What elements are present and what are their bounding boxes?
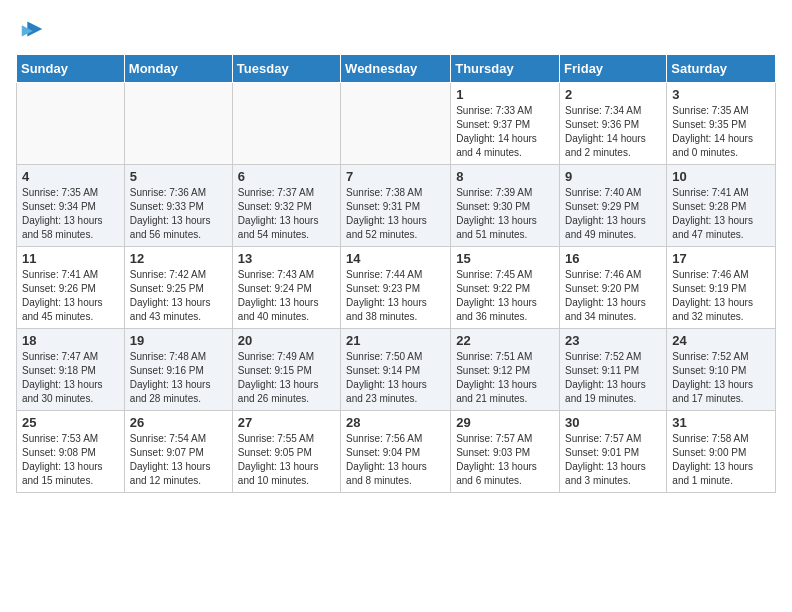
day-info: Sunrise: 7:56 AM Sunset: 9:04 PM Dayligh…: [346, 432, 445, 488]
day-cell: 3Sunrise: 7:35 AM Sunset: 9:35 PM Daylig…: [667, 83, 776, 165]
day-cell: 29Sunrise: 7:57 AM Sunset: 9:03 PM Dayli…: [451, 411, 560, 493]
day-number: 23: [565, 333, 661, 348]
day-info: Sunrise: 7:42 AM Sunset: 9:25 PM Dayligh…: [130, 268, 227, 324]
day-cell: 4Sunrise: 7:35 AM Sunset: 9:34 PM Daylig…: [17, 165, 125, 247]
day-info: Sunrise: 7:38 AM Sunset: 9:31 PM Dayligh…: [346, 186, 445, 242]
day-number: 9: [565, 169, 661, 184]
day-info: Sunrise: 7:37 AM Sunset: 9:32 PM Dayligh…: [238, 186, 335, 242]
day-info: Sunrise: 7:44 AM Sunset: 9:23 PM Dayligh…: [346, 268, 445, 324]
day-info: Sunrise: 7:47 AM Sunset: 9:18 PM Dayligh…: [22, 350, 119, 406]
weekday-header-sunday: Sunday: [17, 55, 125, 83]
day-info: Sunrise: 7:46 AM Sunset: 9:20 PM Dayligh…: [565, 268, 661, 324]
day-number: 4: [22, 169, 119, 184]
day-info: Sunrise: 7:54 AM Sunset: 9:07 PM Dayligh…: [130, 432, 227, 488]
day-info: Sunrise: 7:35 AM Sunset: 9:34 PM Dayligh…: [22, 186, 119, 242]
day-cell: [341, 83, 451, 165]
day-number: 21: [346, 333, 445, 348]
day-number: 2: [565, 87, 661, 102]
day-cell: 8Sunrise: 7:39 AM Sunset: 9:30 PM Daylig…: [451, 165, 560, 247]
calendar-table: SundayMondayTuesdayWednesdayThursdayFrid…: [16, 54, 776, 493]
day-cell: 23Sunrise: 7:52 AM Sunset: 9:11 PM Dayli…: [560, 329, 667, 411]
day-number: 28: [346, 415, 445, 430]
day-number: 31: [672, 415, 770, 430]
day-info: Sunrise: 7:51 AM Sunset: 9:12 PM Dayligh…: [456, 350, 554, 406]
day-cell: 25Sunrise: 7:53 AM Sunset: 9:08 PM Dayli…: [17, 411, 125, 493]
day-cell: [124, 83, 232, 165]
day-info: Sunrise: 7:48 AM Sunset: 9:16 PM Dayligh…: [130, 350, 227, 406]
day-cell: 19Sunrise: 7:48 AM Sunset: 9:16 PM Dayli…: [124, 329, 232, 411]
weekday-header-monday: Monday: [124, 55, 232, 83]
day-info: Sunrise: 7:52 AM Sunset: 9:11 PM Dayligh…: [565, 350, 661, 406]
day-cell: 15Sunrise: 7:45 AM Sunset: 9:22 PM Dayli…: [451, 247, 560, 329]
day-cell: 30Sunrise: 7:57 AM Sunset: 9:01 PM Dayli…: [560, 411, 667, 493]
day-cell: 5Sunrise: 7:36 AM Sunset: 9:33 PM Daylig…: [124, 165, 232, 247]
day-info: Sunrise: 7:55 AM Sunset: 9:05 PM Dayligh…: [238, 432, 335, 488]
day-number: 24: [672, 333, 770, 348]
day-cell: 6Sunrise: 7:37 AM Sunset: 9:32 PM Daylig…: [232, 165, 340, 247]
day-cell: 1Sunrise: 7:33 AM Sunset: 9:37 PM Daylig…: [451, 83, 560, 165]
day-cell: 2Sunrise: 7:34 AM Sunset: 9:36 PM Daylig…: [560, 83, 667, 165]
day-number: 13: [238, 251, 335, 266]
day-cell: 22Sunrise: 7:51 AM Sunset: 9:12 PM Dayli…: [451, 329, 560, 411]
calendar-body: 1Sunrise: 7:33 AM Sunset: 9:37 PM Daylig…: [17, 83, 776, 493]
day-info: Sunrise: 7:36 AM Sunset: 9:33 PM Dayligh…: [130, 186, 227, 242]
day-number: 1: [456, 87, 554, 102]
day-number: 30: [565, 415, 661, 430]
day-info: Sunrise: 7:46 AM Sunset: 9:19 PM Dayligh…: [672, 268, 770, 324]
day-cell: 24Sunrise: 7:52 AM Sunset: 9:10 PM Dayli…: [667, 329, 776, 411]
day-info: Sunrise: 7:57 AM Sunset: 9:01 PM Dayligh…: [565, 432, 661, 488]
day-cell: 21Sunrise: 7:50 AM Sunset: 9:14 PM Dayli…: [341, 329, 451, 411]
day-info: Sunrise: 7:58 AM Sunset: 9:00 PM Dayligh…: [672, 432, 770, 488]
day-cell: [232, 83, 340, 165]
day-number: 25: [22, 415, 119, 430]
day-cell: 13Sunrise: 7:43 AM Sunset: 9:24 PM Dayli…: [232, 247, 340, 329]
page-header: [16, 16, 776, 44]
day-info: Sunrise: 7:45 AM Sunset: 9:22 PM Dayligh…: [456, 268, 554, 324]
week-row-4: 18Sunrise: 7:47 AM Sunset: 9:18 PM Dayli…: [17, 329, 776, 411]
svg-marker-0: [27, 22, 42, 37]
day-cell: 20Sunrise: 7:49 AM Sunset: 9:15 PM Dayli…: [232, 329, 340, 411]
day-info: Sunrise: 7:35 AM Sunset: 9:35 PM Dayligh…: [672, 104, 770, 160]
day-number: 22: [456, 333, 554, 348]
day-cell: 27Sunrise: 7:55 AM Sunset: 9:05 PM Dayli…: [232, 411, 340, 493]
day-cell: 18Sunrise: 7:47 AM Sunset: 9:18 PM Dayli…: [17, 329, 125, 411]
day-number: 6: [238, 169, 335, 184]
day-number: 18: [22, 333, 119, 348]
week-row-2: 4Sunrise: 7:35 AM Sunset: 9:34 PM Daylig…: [17, 165, 776, 247]
day-cell: 11Sunrise: 7:41 AM Sunset: 9:26 PM Dayli…: [17, 247, 125, 329]
week-row-3: 11Sunrise: 7:41 AM Sunset: 9:26 PM Dayli…: [17, 247, 776, 329]
weekday-header-wednesday: Wednesday: [341, 55, 451, 83]
weekday-header-saturday: Saturday: [667, 55, 776, 83]
day-cell: 17Sunrise: 7:46 AM Sunset: 9:19 PM Dayli…: [667, 247, 776, 329]
day-cell: 9Sunrise: 7:40 AM Sunset: 9:29 PM Daylig…: [560, 165, 667, 247]
day-info: Sunrise: 7:33 AM Sunset: 9:37 PM Dayligh…: [456, 104, 554, 160]
day-number: 8: [456, 169, 554, 184]
day-info: Sunrise: 7:43 AM Sunset: 9:24 PM Dayligh…: [238, 268, 335, 324]
week-row-5: 25Sunrise: 7:53 AM Sunset: 9:08 PM Dayli…: [17, 411, 776, 493]
week-row-1: 1Sunrise: 7:33 AM Sunset: 9:37 PM Daylig…: [17, 83, 776, 165]
day-cell: 31Sunrise: 7:58 AM Sunset: 9:00 PM Dayli…: [667, 411, 776, 493]
day-number: 11: [22, 251, 119, 266]
weekday-header-thursday: Thursday: [451, 55, 560, 83]
day-info: Sunrise: 7:49 AM Sunset: 9:15 PM Dayligh…: [238, 350, 335, 406]
day-cell: [17, 83, 125, 165]
day-number: 19: [130, 333, 227, 348]
day-info: Sunrise: 7:40 AM Sunset: 9:29 PM Dayligh…: [565, 186, 661, 242]
day-number: 14: [346, 251, 445, 266]
day-number: 29: [456, 415, 554, 430]
day-cell: 28Sunrise: 7:56 AM Sunset: 9:04 PM Dayli…: [341, 411, 451, 493]
day-cell: 7Sunrise: 7:38 AM Sunset: 9:31 PM Daylig…: [341, 165, 451, 247]
day-number: 5: [130, 169, 227, 184]
day-number: 15: [456, 251, 554, 266]
day-info: Sunrise: 7:39 AM Sunset: 9:30 PM Dayligh…: [456, 186, 554, 242]
day-number: 26: [130, 415, 227, 430]
day-cell: 10Sunrise: 7:41 AM Sunset: 9:28 PM Dayli…: [667, 165, 776, 247]
weekday-header-row: SundayMondayTuesdayWednesdayThursdayFrid…: [17, 55, 776, 83]
day-number: 16: [565, 251, 661, 266]
day-info: Sunrise: 7:52 AM Sunset: 9:10 PM Dayligh…: [672, 350, 770, 406]
weekday-header-tuesday: Tuesday: [232, 55, 340, 83]
day-info: Sunrise: 7:41 AM Sunset: 9:26 PM Dayligh…: [22, 268, 119, 324]
logo-icon: [18, 16, 46, 44]
day-info: Sunrise: 7:50 AM Sunset: 9:14 PM Dayligh…: [346, 350, 445, 406]
day-cell: 12Sunrise: 7:42 AM Sunset: 9:25 PM Dayli…: [124, 247, 232, 329]
